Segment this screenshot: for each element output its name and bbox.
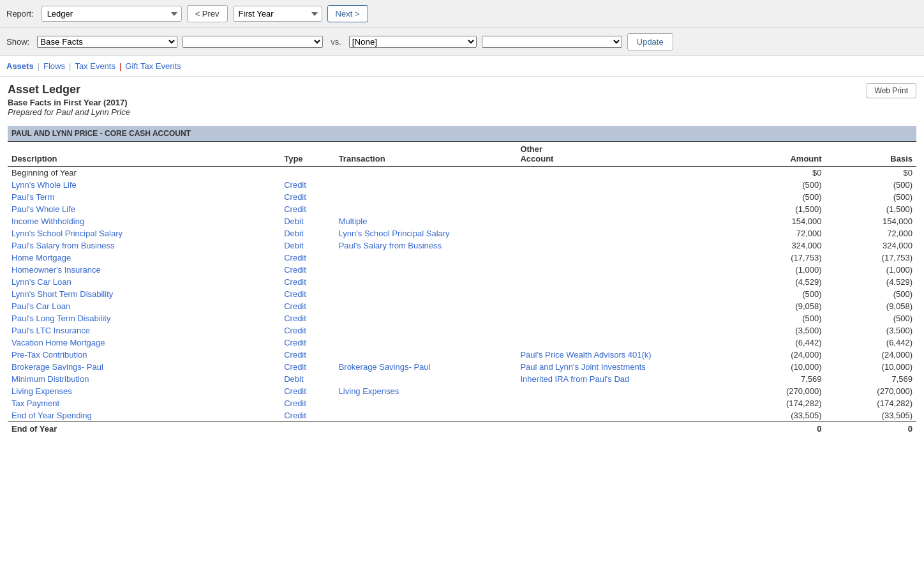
- row-type: Credit: [280, 276, 334, 288]
- sep1: |: [38, 61, 40, 71]
- vs2-select[interactable]: [482, 36, 622, 48]
- row-amount: 72,000: [734, 227, 825, 239]
- col-description: Description: [8, 142, 280, 167]
- vs-select[interactable]: [None]: [349, 36, 477, 48]
- update-button[interactable]: Update: [627, 33, 673, 50]
- row-transaction: [335, 337, 517, 349]
- row-desc[interactable]: Paul's Car Loan: [8, 300, 280, 312]
- row-type: Credit: [280, 324, 334, 337]
- table-row: Paul's Salary from Business Debit Paul's…: [8, 239, 916, 252]
- row-basis: 7,569: [826, 373, 916, 385]
- row-transaction: [335, 264, 517, 276]
- row-desc[interactable]: Minimum Distribution: [8, 373, 280, 385]
- row-desc[interactable]: Lynn's Short Term Disability: [8, 288, 280, 300]
- row-basis: (500): [826, 288, 916, 300]
- report-select[interactable]: Ledger: [41, 6, 182, 22]
- row-type: Credit: [280, 312, 334, 324]
- tab-tax-events[interactable]: Tax Events: [75, 61, 116, 71]
- row-type: Credit: [280, 337, 334, 349]
- row-basis: (500): [826, 191, 916, 203]
- row-desc[interactable]: Home Mortgage: [8, 252, 280, 264]
- show-select[interactable]: Base Facts: [37, 36, 177, 48]
- table-row: Beginning of Year $0 $0: [8, 167, 916, 179]
- row-amount: 7,569: [734, 373, 825, 385]
- row-desc[interactable]: Living Expenses: [8, 385, 280, 397]
- row-type: [280, 167, 334, 179]
- row-other-account: [516, 312, 734, 324]
- end-of-year-basis: 0: [826, 422, 916, 436]
- row-desc[interactable]: Paul's Long Term Disability: [8, 312, 280, 324]
- table-row: Vacation Home Mortgage Credit (6,442) (6…: [8, 337, 916, 349]
- row-desc[interactable]: Tax Payment: [8, 397, 280, 409]
- row-transaction[interactable]: Paul's Salary from Business: [335, 239, 517, 252]
- table-row: Paul's Term Credit (500) (500): [8, 191, 916, 203]
- row-amount: (500): [734, 312, 825, 324]
- table-row: Paul's Car Loan Credit (9,058) (9,058): [8, 300, 916, 312]
- row-desc[interactable]: Vacation Home Mortgage: [8, 337, 280, 349]
- table-row: Lynn's Car Loan Credit (4,529) (4,529): [8, 276, 916, 288]
- table-row: Lynn's Short Term Disability Credit (500…: [8, 288, 916, 300]
- table-row: Paul's LTC Insurance Credit (3,500) (3,5…: [8, 324, 916, 337]
- row-desc[interactable]: Income Withholding: [8, 215, 280, 227]
- report-prepared: Prepared for Paul and Lynn Price: [8, 107, 130, 117]
- row-desc[interactable]: Pre-Tax Contribution: [8, 349, 280, 361]
- row-basis: (500): [826, 179, 916, 191]
- show2-select[interactable]: [183, 36, 323, 48]
- col-type: Type: [280, 142, 334, 167]
- row-transaction[interactable]: Lynn's School Principal Salary: [335, 227, 517, 239]
- table-row: Home Mortgage Credit (17,753) (17,753): [8, 252, 916, 264]
- row-basis: (174,282): [826, 397, 916, 409]
- row-basis: (3,500): [826, 324, 916, 337]
- row-other-account: [516, 337, 734, 349]
- row-desc[interactable]: Lynn's Car Loan: [8, 276, 280, 288]
- row-other-account[interactable]: Paul's Price Wealth Advisors 401(k): [516, 349, 734, 361]
- period-select[interactable]: First Year: [233, 6, 322, 22]
- row-other-account: [516, 276, 734, 288]
- row-desc[interactable]: Lynn's Whole Life: [8, 179, 280, 191]
- row-other-account[interactable]: Inherited IRA from Paul's Dad: [516, 373, 734, 385]
- table-row: Paul's Whole Life Credit (1,500) (1,500): [8, 203, 916, 215]
- row-basis: (17,753): [826, 252, 916, 264]
- row-desc[interactable]: Paul's Term: [8, 191, 280, 203]
- title-row: Asset Ledger Base Facts in First Year (2…: [8, 83, 916, 121]
- tab-gift-tax-events[interactable]: Gift Tax Events: [125, 61, 181, 71]
- show-label: Show:: [6, 37, 29, 47]
- row-other-account: [516, 252, 734, 264]
- row-transaction: [335, 288, 517, 300]
- row-desc[interactable]: Homeowner's Insurance: [8, 264, 280, 276]
- tab-assets[interactable]: Assets: [6, 61, 34, 71]
- row-type: Credit: [280, 349, 334, 361]
- row-basis: (4,529): [826, 276, 916, 288]
- row-type: Credit: [280, 288, 334, 300]
- row-transaction[interactable]: Multiple: [335, 215, 517, 227]
- prev-button[interactable]: < Prev: [187, 5, 228, 22]
- row-desc[interactable]: Paul's Salary from Business: [8, 239, 280, 252]
- table-row: Homeowner's Insurance Credit (1,000) (1,…: [8, 264, 916, 276]
- row-transaction[interactable]: Living Expenses: [335, 385, 517, 397]
- section-header-row: Paul and Lynn Price - Core Cash Account: [8, 126, 916, 142]
- row-desc[interactable]: Paul's LTC Insurance: [8, 324, 280, 337]
- row-type: Credit: [280, 300, 334, 312]
- row-basis: (500): [826, 312, 916, 324]
- tab-flows[interactable]: Flows: [43, 61, 65, 71]
- row-desc[interactable]: Brokerage Savings- Paul: [8, 361, 280, 373]
- next-button[interactable]: Next >: [327, 5, 368, 22]
- row-desc[interactable]: Paul's Whole Life: [8, 203, 280, 215]
- row-amount: (1,000): [734, 264, 825, 276]
- row-desc[interactable]: Lynn's School Principal Salary: [8, 227, 280, 239]
- web-print-button[interactable]: Web Print: [867, 83, 916, 98]
- ledger-table: Paul and Lynn Price - Core Cash Account …: [8, 126, 916, 436]
- table-row: Paul's Long Term Disability Credit (500)…: [8, 312, 916, 324]
- row-transaction[interactable]: Brokerage Savings- Paul: [335, 361, 517, 373]
- row-basis: (10,000): [826, 361, 916, 373]
- row-other-account[interactable]: Paul and Lynn's Joint Investments: [516, 361, 734, 373]
- col-transaction: Transaction: [335, 142, 517, 167]
- row-transaction: [335, 203, 517, 215]
- row-basis: 72,000: [826, 227, 916, 239]
- row-type: Credit: [280, 409, 334, 422]
- row-desc[interactable]: End of Year Spending: [8, 409, 280, 422]
- col-amount: Amount: [734, 142, 825, 167]
- row-amount: (270,000): [734, 385, 825, 397]
- table-row: Income Withholding Debit Multiple 154,00…: [8, 215, 916, 227]
- table-row: Pre-Tax Contribution Credit Paul's Price…: [8, 349, 916, 361]
